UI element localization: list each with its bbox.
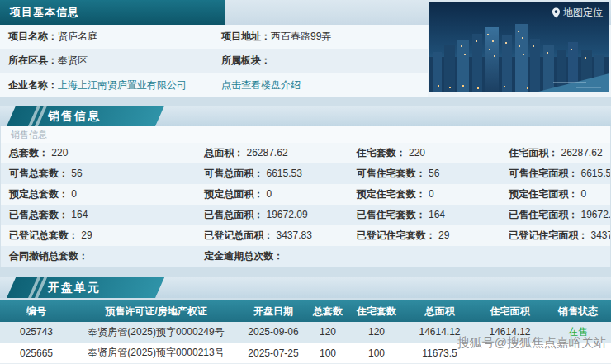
- sales-banner-title: 销售信息: [48, 106, 101, 126]
- sales-field-label: 住宅面积：: [509, 147, 558, 158]
- map-pin-icon: [552, 7, 561, 18]
- map-locate-label: 地图定位: [563, 6, 603, 20]
- sales-field-value: 0: [267, 188, 272, 200]
- sales-field-value: 56: [71, 168, 82, 179]
- table-cell-id: 025665: [0, 343, 73, 363]
- table-header-row: 编号 预售许可证/房地产权证 开盘日期 总套数 住宅套数 总面积 住宅面积 销售…: [0, 300, 611, 322]
- column-header-residential-area: 住宅面积: [475, 300, 545, 322]
- sales-field-value: 29: [438, 229, 449, 241]
- table-cell-license: 奉贤房管(2025)预字0000213号: [73, 343, 239, 363]
- column-header-id: 编号: [0, 300, 73, 322]
- project-info-page: 项目基本信息: [0, 0, 611, 364]
- sales-field-label: 预定住宅套数：: [357, 188, 426, 200]
- sales-field-value: 3437.83: [591, 229, 610, 241]
- sales-field-value: 220: [51, 147, 68, 158]
- sales-field-label: 合同撤销总套数：: [9, 250, 88, 262]
- sales-field-value: 164: [71, 209, 88, 220]
- property-intro-link[interactable]: 点击查看楼盘介绍: [221, 78, 301, 92]
- sales-row: 可售总套数： 56 可售总面积： 6615.53 可售住宅套数： 56 可售住宅…: [1, 163, 610, 184]
- table-cell-residential-units: 100: [348, 343, 405, 363]
- basic-info-fields: 项目名称： 贤庐名庭 项目地址： 西百春路99弄 所在区县： 奉贤区 所属板块：: [0, 25, 428, 97]
- sales-field-label: 可售住宅面积：: [509, 168, 578, 179]
- sales-field-label: 已售住宅面积：: [509, 209, 578, 220]
- sales-field-label: 已登记总面积：: [204, 229, 273, 241]
- sales-banner: 销售信息: [0, 106, 611, 126]
- sales-row: 已登记总套数： 29 已登记总面积： 3437.83 已登记住宅套数： 29 已…: [1, 225, 610, 246]
- sales-field-value: 0: [581, 188, 587, 200]
- column-header-sales-status: 销售状态: [545, 300, 611, 322]
- sales-field-value: 6615.53: [581, 168, 610, 179]
- sales-grid: 总套数： 220 总面积： 26287.62 住宅套数： 220 住宅面积： 2…: [1, 143, 610, 267]
- page-title: 项目基本信息: [0, 0, 225, 25]
- table-cell-residential-units: 120: [348, 322, 405, 343]
- sales-field-value: 26287.62: [247, 147, 288, 158]
- sales-field-value: 3437.83: [277, 229, 312, 241]
- sales-field-label: 可售总套数：: [9, 168, 69, 179]
- watermark: 搜狐号@搜狐焦点嘉峪关站: [457, 335, 606, 351]
- column-header-total-units: 总套数: [307, 300, 348, 322]
- sales-field-value: 19672.09: [581, 209, 610, 220]
- sales-panel: 销售信息 总套数： 220 总面积： 26287.62 住宅套数： 220 住宅…: [0, 126, 611, 267]
- table-cell-id: 025743: [0, 322, 73, 343]
- project-address-value: 西百春路99弄: [271, 30, 331, 44]
- sales-field-label: 总套数：: [9, 147, 49, 158]
- sales-field-label: 住宅套数：: [357, 147, 406, 158]
- table-cell-open-date: 2025-09-06: [239, 322, 307, 343]
- table-cell-license: 奉贤房管(2025)预字0000249号: [73, 322, 239, 343]
- sales-field-label: 可售总面积：: [204, 168, 263, 179]
- column-header-license: 预售许可证/房地产权证: [73, 300, 239, 322]
- sales-field-label: 可售住宅套数：: [357, 168, 426, 179]
- field-row: 所在区县： 奉贤区 所属板块：: [0, 49, 428, 73]
- project-name-value: 贤庐名庭: [58, 30, 97, 44]
- column-header-total-area: 总面积: [405, 300, 475, 322]
- project-address-label: 项目地址：: [221, 30, 271, 44]
- table-cell-open-date: 2025-07-25: [239, 343, 307, 363]
- sales-field-label: 已售总套数：: [9, 209, 69, 220]
- company-label: 企业名称：: [8, 78, 58, 92]
- sales-row: 预定总套数： 0 预定总面积： 0 预定住宅套数： 0 预定住宅面积： 0: [1, 184, 610, 205]
- sales-field-label: 定金逾期总次数：: [204, 250, 283, 262]
- field-row: 企业名称： 上海上江南贤庐置业有限公司 点击查看楼盘介绍: [0, 73, 428, 97]
- company-link[interactable]: 上海上江南贤庐置业有限公司: [58, 78, 187, 92]
- table-cell-total-units: 120: [307, 322, 348, 343]
- sales-field-label: 已登记总套数：: [9, 229, 78, 241]
- sales-field-label: 预定总套数：: [9, 188, 69, 200]
- sales-row: 已售总套数： 164 已售总面积： 19672.09 已售住宅套数： 164 已…: [1, 205, 610, 225]
- sales-field-label: 预定总面积：: [204, 188, 263, 200]
- sales-row: 总套数： 220 总面积： 26287.62 住宅套数： 220 住宅面积： 2…: [1, 143, 610, 163]
- sales-field-value: 56: [429, 168, 439, 179]
- district-value: 奉贤区: [58, 54, 88, 68]
- sales-field-value: 19672.09: [267, 209, 308, 220]
- district-label: 所在区县：: [8, 54, 58, 68]
- sales-field-label: 已登记住宅面积：: [509, 229, 588, 241]
- sales-field-label: 已售总面积：: [204, 209, 263, 220]
- project-name-label: 项目名称：: [8, 30, 58, 44]
- sales-field-value: 0: [429, 188, 434, 200]
- sales-field-value: 220: [409, 147, 425, 158]
- sales-field-value: 164: [429, 209, 445, 220]
- column-header-residential-units: 住宅套数: [348, 300, 405, 322]
- sales-field-value: 6615.53: [267, 168, 302, 179]
- sales-field-value: 26287.62: [561, 147, 603, 158]
- sector-label: 所属板块：: [221, 54, 271, 68]
- sales-field-value: 29: [81, 229, 92, 241]
- opening-banner: 开盘单元: [0, 277, 611, 298]
- column-header-open-date: 开盘日期: [239, 300, 307, 322]
- opening-banner-title: 开盘单元: [48, 277, 101, 298]
- sales-field-label: 预定住宅面积：: [509, 188, 578, 200]
- opening-units-table: 编号 预售许可证/房地产权证 开盘日期 总套数 住宅套数 总面积 住宅面积 销售…: [0, 300, 611, 364]
- field-row: 项目名称： 贤庐名庭 项目地址： 西百春路99弄: [0, 25, 428, 49]
- map-locate-link[interactable]: 地图定位: [552, 6, 603, 20]
- sales-sub-label: 销售信息: [1, 126, 610, 143]
- sales-field-label: 已售住宅套数：: [357, 209, 426, 220]
- sales-field-label: 已登记住宅套数：: [357, 229, 436, 241]
- table-cell-total-units: 100: [307, 343, 348, 363]
- sales-row: 合同撤销总套数： 定金逾期总次数：: [1, 246, 610, 267]
- sales-field-label: 总面积：: [204, 147, 244, 158]
- sales-field-value: 0: [71, 188, 77, 200]
- basic-info-section: 项目基本信息: [0, 0, 611, 97]
